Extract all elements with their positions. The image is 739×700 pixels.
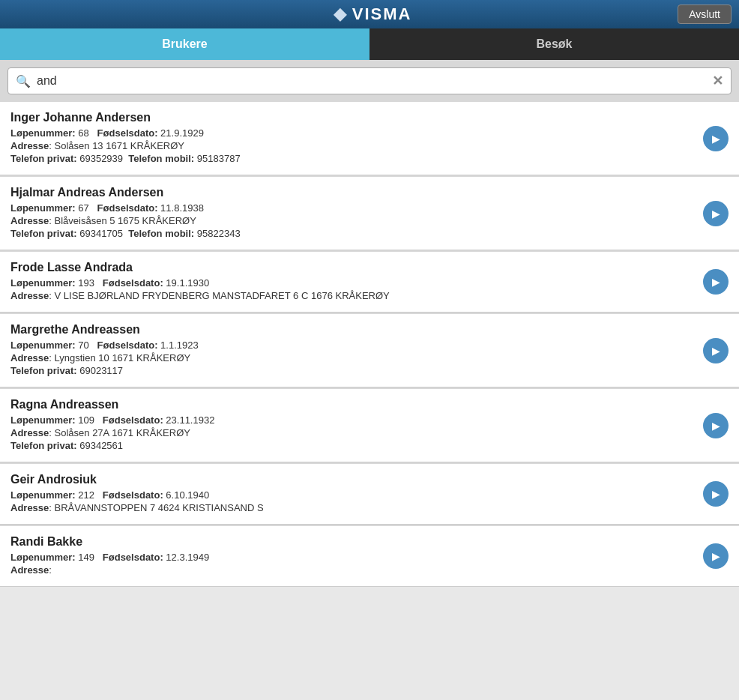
list-item: Margrethe Andreassen Løpenummer: 70 Føds… [0, 314, 739, 387]
tab-bar: Brukere Besøk [0, 28, 739, 60]
visma-logo-icon: ◆ [334, 4, 348, 24]
search-clear-button[interactable]: ✕ [712, 73, 723, 89]
result-detail-lopenummer: Løpenummer: 212 Fødselsdato: 6.10.1940 [10, 489, 696, 501]
result-name: Randi Bakke [10, 535, 696, 549]
result-content: Frode Lasse Andrada Løpenummer: 193 Føds… [10, 261, 696, 303]
tab-brukere[interactable]: Brukere [0, 28, 370, 60]
list-item: Randi Bakke Løpenummer: 149 Fødselsdato:… [0, 526, 739, 587]
search-bar: 🔍 ✕ [7, 67, 732, 94]
result-detail-telefon: Telefon privat: 69023117 [10, 365, 696, 376]
result-name: Inger Johanne Andersen [10, 111, 696, 124]
result-detail-telefon: Telefon privat: 69352939 Telefon mobil: … [10, 153, 696, 164]
result-detail-lopenummer: Løpenummer: 109 Fødselsdato: 23.11.1932 [10, 414, 696, 426]
result-detail-lopenummer: Løpenummer: 68 Fødselsdato: 21.9.1929 [10, 127, 696, 139]
result-name: Margrethe Andreassen [10, 323, 696, 337]
result-detail-lopenummer: Løpenummer: 149 Fødselsdato: 12.3.1949 [10, 552, 696, 563]
search-icon: 🔍 [16, 74, 31, 88]
avslutt-button[interactable]: Avslutt [678, 4, 732, 24]
result-detail-adresse: Adresse: V LISE BJØRLAND FRYDENBERG MANS… [10, 290, 696, 301]
result-detail-telefon: Telefon privat: 69342561 [10, 440, 696, 451]
app-header: ◆ VISMA Avslutt [0, 0, 739, 28]
result-arrow-button[interactable] [703, 269, 729, 295]
list-item: Geir Androsiuk Løpenummer: 212 Fødselsda… [0, 464, 739, 525]
search-input[interactable] [37, 74, 712, 88]
result-arrow-button[interactable] [703, 338, 729, 363]
tab-besok[interactable]: Besøk [370, 28, 739, 60]
result-arrow-button[interactable] [703, 126, 729, 151]
result-detail-adresse: Adresse: [10, 564, 696, 576]
result-content: Inger Johanne Andersen Løpenummer: 68 Fø… [10, 111, 696, 166]
result-detail-lopenummer: Løpenummer: 67 Fødselsdato: 11.8.1938 [10, 202, 696, 214]
result-detail-adresse: Adresse: BRÅVANNSTOPPEN 7 4624 KRISTIANS… [10, 502, 696, 513]
result-arrow-button[interactable] [703, 413, 729, 438]
result-detail-lopenummer: Løpenummer: 70 Fødselsdato: 1.1.1923 [10, 340, 696, 351]
results-list: Inger Johanne Andersen Løpenummer: 68 Fø… [0, 102, 739, 587]
result-arrow-button[interactable] [703, 201, 729, 226]
search-container: 🔍 ✕ [0, 60, 739, 102]
result-name: Geir Androsiuk [10, 473, 696, 486]
list-item: Inger Johanne Andersen Løpenummer: 68 Fø… [0, 102, 739, 175]
list-item: Ragna Andreassen Løpenummer: 109 Fødsels… [0, 389, 739, 462]
list-item: Frode Lasse Andrada Løpenummer: 193 Føds… [0, 252, 739, 313]
result-content: Margrethe Andreassen Løpenummer: 70 Føds… [10, 323, 696, 378]
result-name: Ragna Andreassen [10, 398, 696, 411]
result-detail-telefon: Telefon privat: 69341705 Telefon mobil: … [10, 228, 696, 239]
result-name: Frode Lasse Andrada [10, 261, 696, 274]
result-detail-adresse: Adresse: Solåsen 13 1671 KRÅKERØY [10, 140, 696, 151]
result-content: Randi Bakke Løpenummer: 149 Fødselsdato:… [10, 535, 696, 577]
result-name: Hjalmar Andreas Andersen [10, 186, 696, 199]
result-detail-adresse: Adresse: Blåveisåsen 5 1675 KRÅKERØY [10, 215, 696, 226]
result-arrow-button[interactable] [703, 481, 729, 507]
result-content: Ragna Andreassen Løpenummer: 109 Fødsels… [10, 398, 696, 453]
result-detail-adresse: Adresse: Solåsen 27A 1671 KRÅKERØY [10, 427, 696, 438]
result-arrow-button[interactable] [703, 543, 729, 569]
result-content: Hjalmar Andreas Andersen Løpenummer: 67 … [10, 186, 696, 241]
result-detail-lopenummer: Løpenummer: 193 Fødselsdato: 19.1.1930 [10, 277, 696, 289]
list-item: Hjalmar Andreas Andersen Løpenummer: 67 … [0, 177, 739, 250]
result-detail-adresse: Adresse: Lyngstien 10 1671 KRÅKERØY [10, 352, 696, 363]
app-logo: ◆ VISMA [334, 4, 412, 24]
app-logo-text: VISMA [352, 4, 412, 24]
result-content: Geir Androsiuk Løpenummer: 212 Fødselsda… [10, 473, 696, 515]
